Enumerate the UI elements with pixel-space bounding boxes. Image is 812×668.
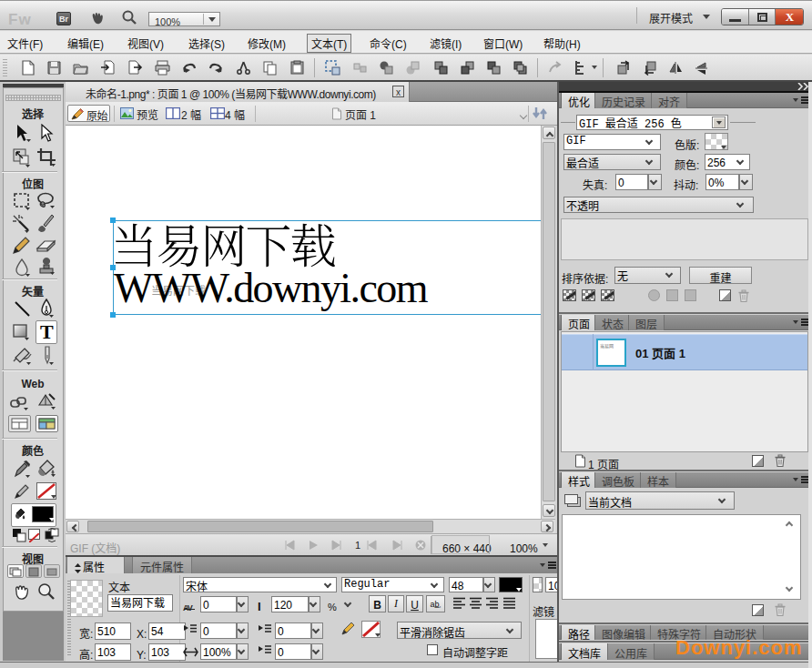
svg-text:1: 1 — [355, 540, 360, 551]
